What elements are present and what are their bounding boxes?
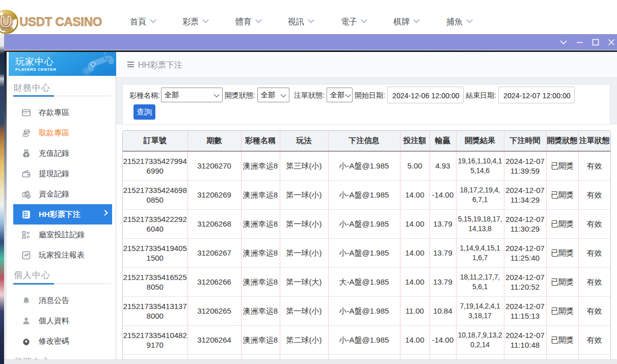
svg-text:Casino: Casino — [2, 27, 10, 31]
